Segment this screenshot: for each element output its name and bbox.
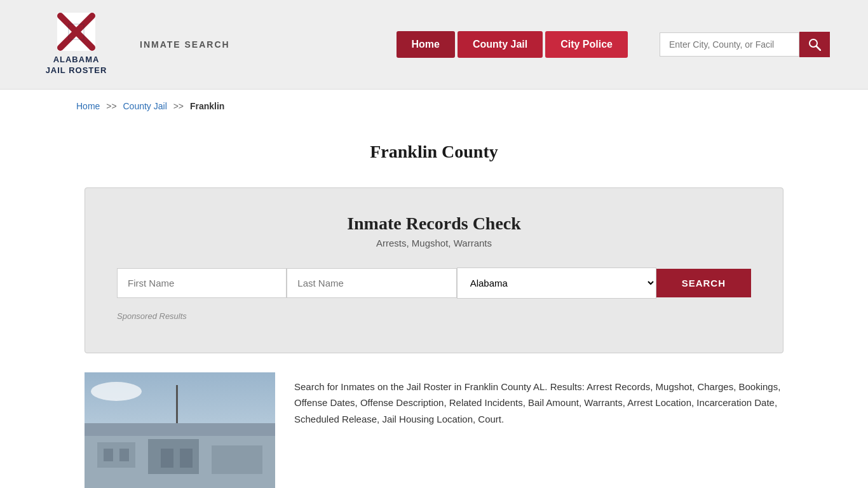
- svg-rect-12: [104, 449, 113, 461]
- breadcrumb-county-jail-link[interactable]: County Jail: [123, 101, 167, 111]
- svg-rect-11: [180, 449, 193, 468]
- breadcrumb-sep-1: >>: [106, 101, 116, 111]
- breadcrumb: Home >> County Jail >> Franklin: [38, 90, 830, 123]
- svg-line-5: [817, 46, 820, 50]
- records-title: Inmate Records Check: [117, 214, 751, 234]
- logo-icon: [57, 13, 95, 51]
- breadcrumb-current: Franklin: [190, 101, 224, 111]
- logo-text: ALABAMA JAIL ROSTER: [46, 55, 107, 76]
- site-header: ALABAMA JAIL ROSTER INMATE SEARCH Home C…: [0, 0, 868, 90]
- records-check-box: Inmate Records Check Arrests, Mugshot, W…: [85, 187, 783, 353]
- header-search-button[interactable]: [799, 32, 830, 57]
- search-icon: [808, 38, 821, 51]
- clouds: [91, 382, 142, 401]
- header-search-input[interactable]: [660, 32, 799, 57]
- breadcrumb-sep-2: >>: [173, 101, 184, 111]
- state-select[interactable]: Alabama Alaska Arizona Arkansas Californ…: [457, 268, 656, 299]
- building-svg: [85, 423, 275, 488]
- facility-image: [85, 372, 275, 488]
- svg-rect-10: [161, 449, 173, 468]
- records-search-form: Alabama Alaska Arizona Arkansas Californ…: [117, 268, 751, 299]
- content-description: Search for Inmates on the Jail Roster in…: [294, 372, 783, 488]
- inmate-search-label: INMATE SEARCH: [140, 39, 230, 50]
- svg-rect-7: [97, 442, 135, 468]
- last-name-input[interactable]: [287, 268, 456, 298]
- nav-county-jail-button[interactable]: County Jail: [458, 31, 543, 58]
- logo-area: ALABAMA JAIL ROSTER: [38, 13, 114, 76]
- building: [85, 423, 275, 488]
- page-title: Franklin County: [38, 142, 830, 162]
- first-name-input[interactable]: [117, 268, 287, 298]
- sponsored-label: Sponsored Results: [117, 311, 751, 321]
- svg-rect-13: [119, 449, 129, 461]
- main-content: Home >> County Jail >> Franklin Franklin…: [0, 90, 868, 488]
- records-search-button[interactable]: SEARCH: [656, 269, 751, 297]
- breadcrumb-home-link[interactable]: Home: [76, 101, 100, 111]
- records-subtitle: Arrests, Mugshot, Warrants: [117, 238, 751, 248]
- svg-rect-9: [212, 445, 262, 474]
- nav-city-police-button[interactable]: City Police: [545, 31, 628, 58]
- nav-home-button[interactable]: Home: [397, 31, 455, 58]
- header-search: [660, 32, 830, 57]
- logo-svg: [57, 13, 95, 51]
- main-nav: Home County Jail City Police: [397, 31, 628, 58]
- content-section: Search for Inmates on the Jail Roster in…: [85, 372, 783, 488]
- page-title-section: Franklin County: [38, 123, 830, 175]
